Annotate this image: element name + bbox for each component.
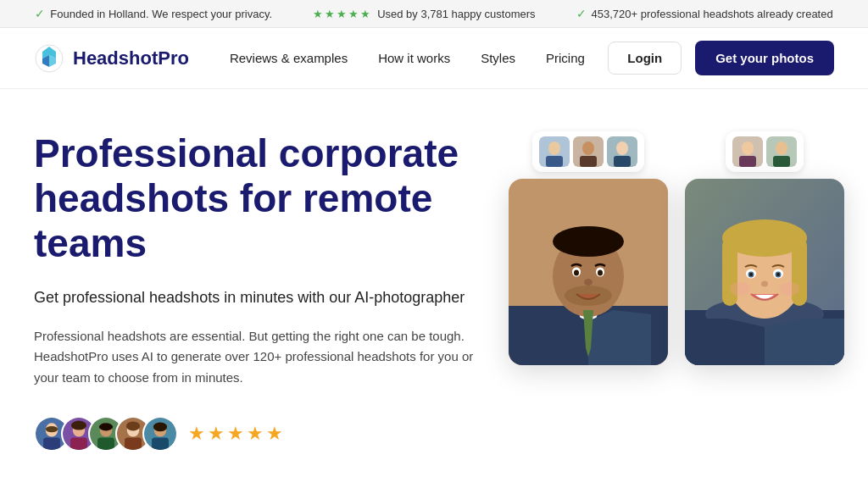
thumb-4 (732, 136, 763, 167)
banner-text-3: 453,720+ professional headshots already … (592, 8, 833, 20)
nav-links: Reviews & examples How it works Styles P… (230, 51, 608, 65)
svg-point-39 (598, 270, 603, 276)
svg-marker-43 (588, 310, 651, 365)
nav-actions: Login Get your photos (608, 41, 834, 75)
svg-point-12 (99, 423, 113, 430)
banner-text-1: Founded in Holland. We respect your priv… (50, 8, 272, 20)
thumbnail-strip-left (532, 131, 644, 172)
logo-text: HeadshotPro (73, 47, 189, 69)
banner-item-1: ✓ Founded in Holland. We respect your pr… (35, 7, 272, 20)
thumb-3 (607, 136, 637, 167)
main-photo-female (685, 179, 844, 365)
svg-marker-69 (765, 319, 844, 365)
thumb-5 (766, 136, 797, 167)
svg-rect-7 (70, 437, 87, 449)
svg-rect-57 (722, 238, 737, 306)
thumb-2 (573, 136, 604, 167)
svg-marker-68 (685, 319, 765, 365)
svg-marker-42 (526, 310, 588, 365)
check-icon-3: ✓ (576, 7, 587, 20)
nav-link-pricing[interactable]: Pricing (546, 51, 585, 65)
svg-point-46 (742, 141, 754, 155)
banner-item-3: ✓ 453,720+ professional headshots alread… (576, 7, 833, 20)
logo-icon (34, 43, 64, 74)
hero-subtitle: Get professional headshots in minutes wi… (34, 286, 475, 309)
avatar-5 (142, 416, 178, 452)
main-photo-male (509, 179, 668, 365)
social-proof-row: ★★★★★ (34, 416, 475, 452)
photo-col-right (685, 131, 844, 365)
svg-point-38 (574, 270, 579, 276)
nav-link-how[interactable]: How it works (378, 51, 450, 65)
logo[interactable]: HeadshotPro (34, 43, 189, 74)
banner-item-2: ★★★★★ Used by 3,781 happy customers (313, 8, 535, 20)
check-icon-1: ✓ (35, 7, 45, 20)
svg-rect-19 (152, 437, 169, 449)
svg-point-65 (761, 281, 768, 287)
svg-rect-11 (97, 437, 114, 449)
svg-point-66 (730, 282, 750, 296)
svg-rect-47 (739, 156, 756, 167)
svg-point-16 (126, 421, 140, 430)
svg-rect-23 (546, 156, 563, 167)
nav-link-styles[interactable]: Styles (481, 51, 515, 65)
nav-link-reviews[interactable]: Reviews & examples (230, 51, 348, 65)
thumbnail-strip-right (726, 131, 804, 172)
top-banner: ✓ Founded in Holland. We respect your pr… (0, 0, 868, 28)
login-button[interactable]: Login (608, 42, 682, 75)
svg-point-25 (582, 141, 594, 155)
svg-rect-50 (773, 156, 790, 167)
svg-point-64 (776, 273, 780, 276)
navbar: HeadshotPro Reviews & examples How it wo… (0, 28, 868, 89)
hero-description: Professional headshots are essential. Bu… (34, 326, 475, 389)
svg-rect-3 (43, 437, 60, 449)
hero-section: Professional corporate headshots for rem… (0, 89, 868, 479)
svg-rect-29 (614, 156, 631, 167)
banner-text-2: Used by 3,781 happy customers (377, 8, 535, 20)
svg-point-28 (616, 141, 628, 155)
svg-point-22 (548, 141, 560, 155)
svg-point-49 (776, 141, 787, 155)
avatar-group (34, 416, 178, 452)
hero-photo-gallery (509, 131, 844, 479)
hero-left: Professional corporate headshots for rem… (34, 131, 509, 479)
banner-stars: ★★★★★ (313, 8, 372, 20)
svg-point-8 (71, 421, 86, 430)
svg-point-35 (553, 226, 624, 257)
hero-star-rating: ★★★★★ (188, 423, 286, 445)
svg-rect-58 (792, 238, 807, 306)
get-photos-button[interactable]: Get your photos (695, 41, 834, 75)
svg-point-40 (584, 279, 593, 286)
thumb-1 (539, 136, 570, 167)
svg-rect-26 (580, 156, 597, 167)
svg-rect-15 (125, 437, 142, 449)
photo-col-left (509, 131, 668, 365)
svg-point-67 (779, 282, 799, 296)
svg-point-41 (565, 286, 612, 306)
hero-title: Professional corporate headshots for rem… (34, 131, 475, 266)
svg-point-63 (749, 273, 753, 276)
svg-point-20 (153, 422, 167, 431)
svg-point-4 (46, 426, 58, 432)
